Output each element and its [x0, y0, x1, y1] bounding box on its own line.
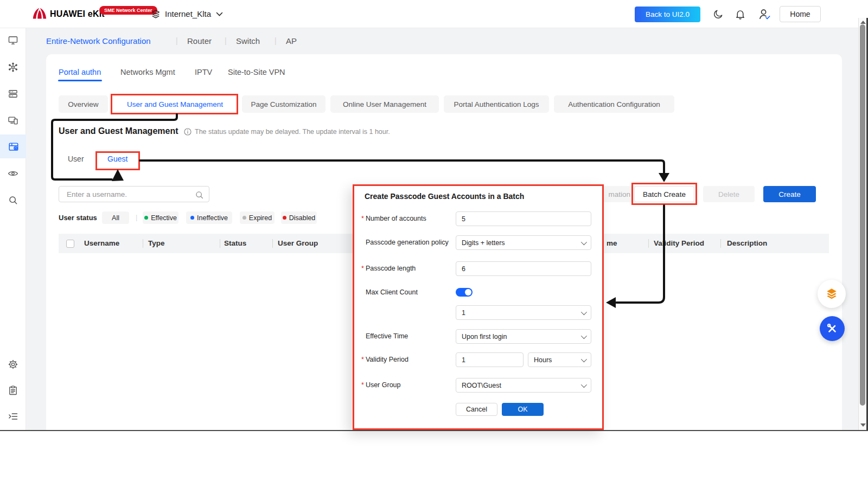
breadcrumb-entire-network[interactable]: Entire-Network Configuration	[46, 36, 151, 46]
column-divider	[272, 239, 273, 248]
col-type: Type	[148, 239, 165, 247]
column-divider	[220, 239, 220, 248]
green-dot	[144, 216, 148, 220]
effective-time-select[interactable]: Upon first login	[456, 329, 591, 344]
filter-disabled[interactable]: Disabled	[281, 211, 317, 224]
filter-all[interactable]: All	[102, 211, 129, 224]
tools-icon	[826, 322, 839, 335]
user-group-select[interactable]: ROOT\Guest	[456, 378, 591, 393]
chevron-down-icon[interactable]	[216, 12, 223, 17]
eye-icon[interactable]	[8, 168, 18, 179]
breadcrumb-ap[interactable]: AP	[286, 36, 297, 46]
filter-label: Ineffective	[197, 214, 228, 222]
scrollbar[interactable]	[858, 18, 866, 430]
site-name[interactable]: Internet_Klta	[165, 9, 211, 18]
floating-tools-button[interactable]	[820, 316, 845, 341]
chevron-down-icon	[581, 332, 587, 338]
gear-icon[interactable]	[8, 359, 18, 370]
create-button[interactable]: Create	[763, 186, 816, 202]
scrollbar-thumb[interactable]	[860, 24, 865, 406]
search-icon[interactable]	[195, 190, 204, 200]
label-passcode-policy: Passcode generation policy	[366, 239, 449, 246]
breadcrumb-router[interactable]: Router	[187, 36, 212, 46]
subtab-portal-authentication-logs[interactable]: Portal Authentication Logs	[444, 95, 549, 113]
passcode-policy-select[interactable]: Digits + letters	[456, 235, 591, 250]
chevron-down-icon	[581, 356, 587, 362]
ok-button[interactable]: OK	[502, 403, 544, 416]
number-of-accounts-input[interactable]: 5	[456, 211, 591, 226]
batch-create-button[interactable]: Batch Create	[634, 186, 694, 202]
max-client-count-select[interactable]: 1	[456, 305, 591, 320]
username-search-input[interactable]: Enter a username.	[59, 186, 209, 202]
filter-label: Expired	[249, 214, 272, 222]
orange-layers-icon	[825, 287, 839, 301]
back-to-ui2-button[interactable]: Back to UI2.0	[635, 7, 700, 22]
label-user-group: *User Group	[361, 381, 400, 389]
blue-dot	[190, 216, 194, 220]
tab-user[interactable]: User	[68, 155, 84, 163]
select-all-checkbox[interactable]	[66, 240, 74, 248]
clipboard-icon[interactable]	[8, 385, 18, 396]
tab-site-to-site-vpn[interactable]: Site-to-Site VPN	[228, 68, 285, 76]
cancel-button[interactable]: Cancel	[456, 403, 497, 416]
max-client-count-toggle[interactable]	[456, 288, 473, 297]
app-window: HUAWEI eKit SME Network Center Internet_…	[0, 0, 868, 488]
delete-button[interactable]: Delete	[703, 186, 755, 202]
server-icon[interactable]	[8, 88, 18, 99]
validity-unit-select[interactable]: Hours	[528, 352, 591, 367]
moon-icon[interactable]	[713, 9, 724, 20]
validity-period-input[interactable]: 1	[456, 352, 524, 367]
breadcrumb-separator: |	[225, 36, 227, 45]
select-value: 1	[462, 309, 465, 317]
layers-icon	[150, 9, 161, 20]
batch-create-dialog: Create Passcode Guest Accounts in a Batc…	[353, 184, 604, 430]
subtab-page-customization[interactable]: Page Customization	[242, 95, 326, 113]
filter-effective[interactable]: Effective	[143, 211, 178, 224]
chevron-down-icon	[581, 309, 587, 314]
panel-icon[interactable]	[8, 141, 18, 152]
scroll-down-arrow[interactable]	[860, 423, 866, 427]
gray-dot	[242, 216, 246, 220]
info-icon	[184, 128, 192, 136]
subtab-overview[interactable]: Overview	[59, 95, 108, 113]
bell-icon[interactable]	[735, 8, 746, 20]
viewport-bottom-border	[0, 430, 868, 431]
column-divider	[648, 239, 649, 248]
col-status: Status	[224, 239, 246, 247]
input-value: 6	[462, 265, 465, 273]
tab-guest[interactable]: Guest	[107, 155, 127, 163]
floating-layers-button[interactable]	[818, 280, 846, 308]
scroll-up-arrow[interactable]	[860, 21, 866, 24]
label-passcode-length: *Passcode length	[361, 265, 416, 272]
select-value: ROOT\Guest	[462, 382, 501, 389]
topology-icon[interactable]	[8, 62, 18, 73]
monitor-icon[interactable]	[8, 35, 18, 46]
filter-ineffective[interactable]: Ineffective	[186, 211, 232, 224]
passcode-length-input[interactable]: 6	[456, 261, 591, 276]
tab-networks-mgmt[interactable]: Networks Mgmt	[120, 68, 175, 76]
label-number-of-accounts: *Number of accounts	[361, 215, 426, 222]
column-divider	[143, 239, 143, 248]
filter-expired[interactable]: Expired	[240, 211, 275, 224]
subtab-user-and-guest-management[interactable]: User and Guest Management	[113, 95, 237, 113]
tab-portal-authn[interactable]: Portal authn	[59, 68, 101, 76]
label-effective-time: Effective Time	[366, 332, 408, 340]
huawei-logo	[31, 7, 48, 21]
chevron-down-icon	[581, 239, 587, 245]
breadcrumb-separator: |	[275, 36, 277, 45]
col-user-group: User Group	[278, 239, 318, 247]
tab-iptv[interactable]: IPTV	[195, 68, 212, 76]
select-value: Upon first login	[462, 333, 507, 341]
indent-list-icon[interactable]	[8, 411, 18, 422]
user-check-icon[interactable]	[758, 8, 771, 21]
breadcrumb-switch[interactable]: Switch	[236, 36, 260, 46]
col-validity-period: Validity Period	[654, 239, 704, 247]
select-value: Digits + letters	[462, 239, 505, 247]
subtab-authentication-configuration[interactable]: Authentication Configuration	[554, 95, 674, 113]
label-validity-period: *Validity Period	[361, 356, 409, 363]
subtab-online-user-management[interactable]: Online User Management	[330, 95, 439, 113]
column-divider	[720, 239, 721, 248]
devices-icon[interactable]	[8, 115, 18, 126]
sidebar-search-icon[interactable]	[8, 195, 18, 206]
home-button[interactable]: Home	[780, 6, 821, 22]
